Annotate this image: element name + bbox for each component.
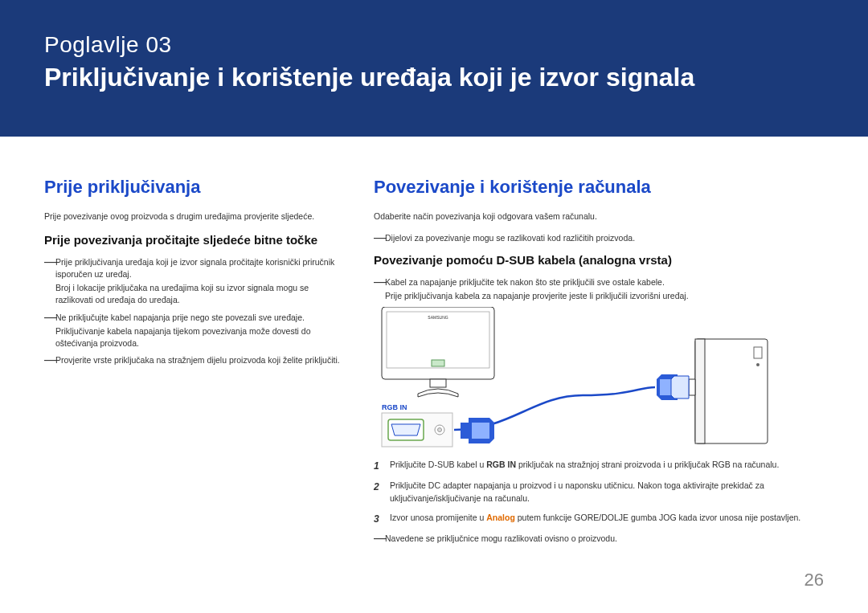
- bullet-text: Navedene se priključnice mogu razlikovat…: [385, 533, 824, 545]
- svg-point-7: [438, 428, 442, 432]
- bullet-text: Prije priključivanja uređaja koji je izv…: [55, 256, 342, 280]
- bullet-item: ― Navedene se priključnice mogu razlikov…: [374, 533, 824, 545]
- bullet-text: Provjerite vrste priključaka na stražnje…: [55, 354, 342, 366]
- dash-icon: ―: [44, 256, 55, 307]
- right-intro: Odaberite način povezivanja koji odgovar…: [374, 210, 824, 223]
- bullet-item: ― Dijelovi za povezivanje mogu se razlik…: [374, 232, 824, 244]
- step-number: 3: [374, 512, 390, 526]
- dash-icon: ―: [374, 232, 385, 244]
- dash-icon: ―: [374, 533, 385, 545]
- left-subhead: Prije povezivanja pročitajte sljedeće bi…: [44, 232, 342, 248]
- chapter-title: Priključivanje i korištenje uređaja koji…: [44, 63, 824, 92]
- dash-icon: ―: [44, 312, 55, 350]
- step-text: Priključite D-SUB kabel u RGB IN priklju…: [390, 459, 824, 473]
- svg-point-17: [756, 363, 760, 366]
- bullet-subtext: Broj i lokacije priključaka na uređajima…: [55, 282, 342, 306]
- bullet-item: ― Ne priključujte kabel napajanja prije …: [44, 312, 342, 350]
- monitor-brand-text: SAMSUNG: [428, 315, 448, 320]
- step-item: 1 Priključite D-SUB kabel u RGB IN prikl…: [374, 459, 824, 473]
- step-text: Izvor unosa promijenite u Analog putem f…: [390, 512, 824, 526]
- bullet-text: Kabel za napajanje priključite tek nakon…: [385, 276, 824, 288]
- page-number: 26: [805, 570, 824, 591]
- step-item: 2 Priključite DC adapter napajanja u pro…: [374, 480, 824, 505]
- right-subhead: Povezivanje pomoću D-SUB kabela (analogn…: [374, 252, 824, 268]
- step-number: 1: [374, 459, 390, 473]
- bullet-item: ― Kabel za napajanje priključite tek nak…: [374, 276, 824, 302]
- svg-rect-3: [430, 379, 446, 387]
- step-number: 2: [374, 480, 390, 505]
- section-heading-right: Povezivanje i korištenje računala: [374, 177, 824, 198]
- bullet-subtext: Prije priključivanja kabela za napajanje…: [385, 290, 824, 302]
- dash-icon: ―: [374, 276, 385, 302]
- dash-icon: ―: [44, 354, 55, 366]
- bullet-text: Dijelovi za povezivanje mogu se razlikov…: [385, 232, 824, 244]
- left-column: Prije priključivanja Prije povezivanje o…: [44, 177, 342, 550]
- bullet-item: ― Prije priključivanja uređaja koji je i…: [44, 256, 342, 307]
- step-text: Priključite DC adapter napajanja u proiz…: [390, 480, 824, 505]
- step-item: 3 Izvor unosa promijenite u Analog putem…: [374, 512, 824, 526]
- bullet-subtext: Priključivanje kabela napajanja tijekom …: [55, 325, 342, 349]
- port-label: RGB IN: [382, 403, 407, 411]
- section-heading-left: Prije priključivanja: [44, 177, 342, 198]
- content-area: Prije priključivanja Prije povezivanje o…: [0, 137, 868, 550]
- page: Poglavlje 03 Priključivanje i korištenje…: [0, 0, 868, 613]
- svg-rect-15: [695, 339, 705, 443]
- chapter-label: Poglavlje 03: [44, 32, 824, 58]
- bullet-item: ― Provjerite vrste priključaka na stražn…: [44, 354, 342, 366]
- svg-rect-2: [432, 360, 444, 366]
- connection-diagram: SAMSUNG RGB IN: [374, 307, 824, 447]
- svg-rect-8: [461, 423, 469, 439]
- svg-point-10: [470, 439, 473, 442]
- svg-rect-16: [754, 347, 762, 358]
- svg-point-9: [470, 419, 473, 423]
- chapter-banner: Poglavlje 03 Priključivanje i korištenje…: [0, 0, 868, 137]
- bullet-text: Ne priključujte kabel napajanja prije ne…: [55, 312, 342, 324]
- right-column: Povezivanje i korištenje računala Odaber…: [374, 177, 824, 550]
- left-intro: Prije povezivanje ovog proizvoda s drugi…: [44, 210, 342, 223]
